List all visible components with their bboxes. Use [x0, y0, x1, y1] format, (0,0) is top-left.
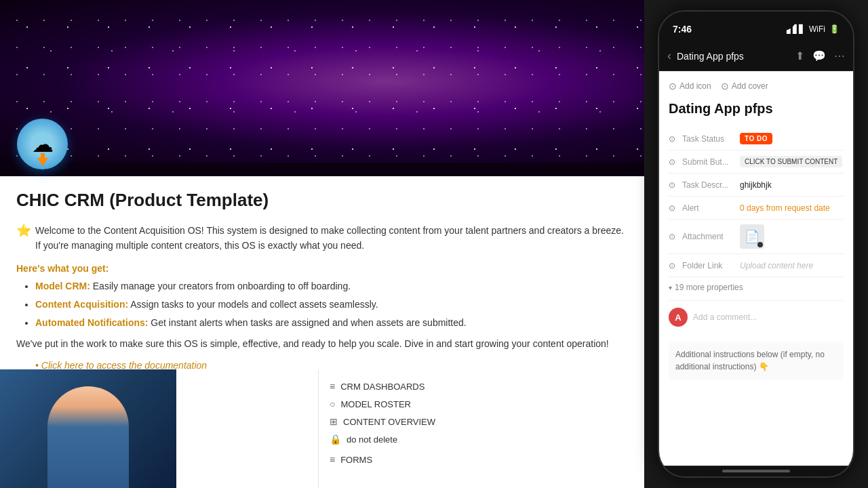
- prop-icon: ⊙: [669, 180, 682, 190]
- more-props-label: 19 more properties: [675, 283, 743, 292]
- forms-icon: ≡: [330, 454, 335, 465]
- cursor-indicator: [757, 242, 763, 247]
- phone-body: ⊙ Add icon ⊙ Add cover Dating App pfps ⊙…: [659, 71, 853, 389]
- nav-item-forms[interactable]: ≡ FORMS: [330, 451, 633, 468]
- add-icon-button[interactable]: ⊙ Add icon: [669, 81, 711, 92]
- property-task-status: ⊙ Task Status TO DO: [669, 127, 844, 150]
- more-icon[interactable]: ⋯: [834, 49, 845, 62]
- alert-value: 0 days from request date: [740, 203, 830, 213]
- nav-item-crm-dashboards[interactable]: ≡ CRM DASHBOARDS: [330, 378, 633, 395]
- nav-item-label: MODEL ROSTER: [340, 399, 411, 409]
- upload-placeholder[interactable]: Upload content here: [740, 261, 813, 270]
- prop-value-task-desc: ghijkbhjk: [740, 180, 844, 190]
- content-acq-text: Assign tasks to your models and collect …: [128, 299, 378, 310]
- left-panel: ☁ — 💬 CHIC CRM (Product Template) ⭐ Welc…: [0, 0, 644, 488]
- heres-what-label: Here's what you get:: [16, 263, 628, 274]
- doc-page-title: Dating App pfps: [669, 101, 844, 117]
- prop-label-submit: Submit But...: [682, 157, 740, 167]
- status-icons: ▋▋▋ WiFi 🔋: [787, 24, 840, 34]
- add-icon: ⊙: [669, 81, 677, 92]
- search-icon: ⌕: [724, 478, 733, 479]
- page-title: CHIC CRM (Product Template): [16, 190, 628, 211]
- property-submit-button: ⊙ Submit But... CLICK TO SUBMIT CONTENT: [669, 150, 844, 174]
- model-crm-text: Easily manage your creators from onboard…: [90, 281, 351, 291]
- prop-label-task-status: Task Status: [682, 134, 740, 144]
- lock-icon: 🔒: [330, 434, 341, 445]
- tab-messages[interactable]: 💬 1: [766, 478, 785, 479]
- prop-icon: ⊙: [669, 232, 682, 241]
- phone-body-content: ⊙ Add icon ⊙ Add cover Dating App pfps ⊙…: [659, 71, 853, 466]
- welcome-text: Welcome to the Content Acquisition OS! T…: [35, 223, 628, 253]
- chevron-down-icon: ▾: [669, 284, 672, 291]
- feature-list: Model CRM: Easily manage your creators f…: [16, 279, 628, 330]
- auto-notif-text: Get instant alerts when tasks are assign…: [148, 317, 466, 328]
- prop-icon: ⊙: [669, 203, 682, 213]
- list-item: Model CRM: Easily manage your creators f…: [35, 279, 628, 293]
- list-icon: ≡: [330, 381, 335, 392]
- phone-frame: 7:46 ▋▋▋ WiFi 🔋 ‹ Dating App pfps ⬆ 💬 ⋯: [658, 10, 854, 478]
- tab-search[interactable]: ⌕: [724, 478, 733, 479]
- person-silhouette: [47, 386, 129, 488]
- property-folder-link: ⊙ Folder Link Upload content here: [669, 254, 844, 277]
- property-attachment: ⊙ Attachment 📄: [669, 220, 844, 254]
- right-panel: 7:46 ▋▋▋ WiFi 🔋 ‹ Dating App pfps ⬆ 💬 ⋯: [644, 0, 868, 488]
- property-alert: ⊙ Alert 0 days from request date: [669, 197, 844, 220]
- avatar-initial: A: [675, 312, 681, 323]
- add-cover-icon: ⊙: [721, 81, 729, 92]
- property-task-desc: ⊙ Task Descr... ghijkbhjk: [669, 174, 844, 197]
- add-cover-button[interactable]: ⊙ Add cover: [721, 81, 768, 92]
- battery-icon: 🔋: [829, 24, 840, 34]
- instructions-title: Additional instructions below (if empty,…: [675, 350, 825, 371]
- add-icon-label: Add icon: [679, 81, 711, 91]
- auto-notif-bold: Automated Notifications:: [35, 317, 148, 328]
- prop-label-attachment: Attachment: [682, 232, 740, 241]
- comment-row: A Add a comment...: [669, 300, 844, 333]
- add-cover-label: Add cover: [732, 81, 768, 91]
- todo-badge: TO DO: [740, 133, 772, 144]
- comment-input[interactable]: Add a comment...: [693, 312, 757, 322]
- more-properties-toggle[interactable]: ▾ 19 more properties: [669, 283, 844, 292]
- add-row: ⊙ Add icon ⊙ Add cover: [669, 81, 844, 92]
- circle-icon: ○: [330, 399, 335, 409]
- compose-icon: ✏: [818, 478, 830, 479]
- attachment-thumbnail[interactable]: 📄: [740, 224, 764, 249]
- list-item: Automated Notifications: Get instant ale…: [35, 316, 628, 330]
- upload-arrow-down: [37, 158, 48, 166]
- stars-overlay: [0, 0, 644, 163]
- tab-compose[interactable]: ✏: [818, 478, 830, 479]
- video-thumbnail: [0, 369, 176, 488]
- avatar: A: [669, 308, 688, 327]
- nav-item-content-overview[interactable]: ⊞ CONTENT OVERVIEW: [330, 413, 633, 430]
- nav-actions: ⬆ 💬 ⋯: [795, 49, 845, 62]
- messages-icon: 💬: [766, 478, 785, 479]
- tab-home[interactable]: ⌂: [682, 478, 691, 479]
- chat-icon[interactable]: 💬: [812, 49, 826, 62]
- prop-label-folder: Folder Link: [682, 261, 740, 270]
- prop-icon: ⊙: [669, 261, 682, 270]
- status-time: 7:46: [673, 24, 692, 35]
- empty-column: [176, 369, 319, 488]
- nav-item-model-roster[interactable]: ○ MODEL ROSTER: [330, 395, 633, 413]
- bottom-grid: ≡ CRM DASHBOARDS ○ MODEL ROSTER ⊞ CONTEN…: [0, 369, 644, 488]
- nav-item-do-not-delete[interactable]: 🔒 do not delete: [330, 430, 633, 448]
- share-icon[interactable]: ⬆: [795, 49, 804, 62]
- nav-item-label: CONTENT OVERVIEW: [343, 417, 435, 427]
- nav-list-area: ≡ CRM DASHBOARDS ○ MODEL ROSTER ⊞ CONTEN…: [319, 369, 644, 488]
- back-button[interactable]: ‹: [667, 49, 671, 63]
- nav-item-label: do not delete: [347, 434, 397, 445]
- instructions-text: Additional instructions below (if empty,…: [675, 348, 837, 373]
- forms-label: FORMS: [340, 455, 372, 465]
- prop-icon: ⊙: [669, 157, 682, 167]
- phone-nav-title: Dating App pfps: [677, 51, 790, 62]
- content-area: 💬 CHIC CRM (Product Template) ⭐ Welcome …: [0, 176, 644, 488]
- home-icon: ⌂: [682, 478, 691, 479]
- instructions-emoji: 👇: [759, 362, 769, 371]
- upload-icon: ☁: [17, 119, 68, 169]
- instructions-box: Additional instructions below (if empty,…: [669, 342, 844, 380]
- click-submit-badge[interactable]: CLICK TO SUBMIT CONTENT: [740, 156, 842, 167]
- list-item: Content Acquisition: Assign tasks to you…: [35, 298, 628, 312]
- prop-label-task-desc: Task Descr...: [682, 180, 740, 190]
- grid-icon: ⊞: [330, 416, 338, 427]
- we-put-text: We've put in the work to make sure this …: [16, 337, 628, 351]
- star-emoji: ⭐: [16, 223, 31, 238]
